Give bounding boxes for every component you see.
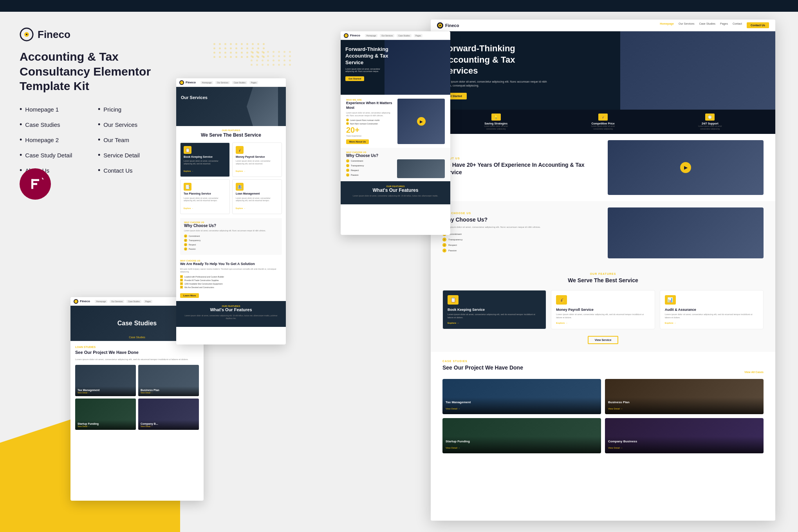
services-section-title: We Serve The Best Service xyxy=(176,132,286,140)
hero-bg-person xyxy=(385,40,450,95)
case-studies-desc: Lorem ipsum dolor sit amet, consectetur … xyxy=(75,358,199,361)
fw-service-link-audit[interactable]: Explore → xyxy=(665,322,758,324)
fw-service-link-bookkeeping[interactable]: Explore → xyxy=(448,322,541,324)
service-link-tax[interactable]: Explore → xyxy=(184,207,193,209)
nav-item-4[interactable]: Our Services xyxy=(98,121,153,129)
nav-item-7[interactable]: Case Study Detail xyxy=(20,151,74,159)
service-link-payroll[interactable]: Explore → xyxy=(236,170,246,172)
fw-projects-grid: Tax Management View Detail → Business Pl… xyxy=(442,379,764,453)
features-title: What's Our Features xyxy=(182,307,280,312)
project-card-3[interactable]: Startup Funding View Detail → xyxy=(75,399,136,430)
fw-services-grid: 📋 Book Keeping Service Lorem ipsum dolor… xyxy=(442,290,764,329)
services-header-bar: Fineco Homepage Our Services Case Studie… xyxy=(176,78,286,87)
exp-section: Who We Are Experience When It Matters Mo… xyxy=(341,95,450,148)
project-card-1[interactable]: Tax Management View Detail → xyxy=(75,365,136,396)
screen-logo-dot xyxy=(74,299,78,304)
case-studies-hero-sub: Case Studies xyxy=(129,336,145,339)
service-card-tax[interactable]: 📑 Tax Planning Service Lorem ipsum dolor… xyxy=(180,179,230,214)
service-name-bookkeeping: Book Keeping Service xyxy=(184,155,226,159)
fw-service-bookkeeping[interactable]: 📋 Book Keeping Service Lorem ipsum dolor… xyxy=(442,290,546,329)
fw-nav-pages[interactable]: Pages xyxy=(720,22,728,28)
nav-item-9[interactable]: Our Team xyxy=(98,136,153,144)
play-button[interactable]: ▶ xyxy=(417,117,426,126)
fw-project-link-3[interactable]: View Detail → xyxy=(446,447,460,449)
svg-rect-6 xyxy=(31,183,37,185)
project-link-2[interactable]: View Detail → xyxy=(141,391,197,394)
brand-tagline: Accounting & Tax Consultancy Elementor T… xyxy=(20,49,153,94)
learn-more-button[interactable]: Learn More xyxy=(180,293,199,298)
nav-item-2[interactable]: Homepage 2 xyxy=(20,136,74,144)
logo-row: Fineco xyxy=(20,27,153,41)
service-link-loan[interactable]: Explore → xyxy=(236,207,246,209)
nav-item-8[interactable]: Pricing xyxy=(98,105,153,114)
fw-project-4[interactable]: Company Business View Detail → xyxy=(605,418,764,453)
nav-item-6[interactable]: Case Studies xyxy=(20,121,74,129)
nav-item-5[interactable]: Service Detail xyxy=(98,151,153,159)
fw-hero-bg xyxy=(620,31,775,110)
features-section-v2: Our Features What's Our Features Lorem i… xyxy=(341,181,450,204)
fw-play-button[interactable]: ▶ xyxy=(680,162,691,173)
ready-check-2: ✓ Provide All Trade Construction Supplie… xyxy=(180,279,282,281)
fw-nav-home[interactable]: Homepage xyxy=(660,22,674,28)
fw-nav-contact[interactable]: Contact xyxy=(733,22,742,28)
fw-service-payroll[interactable]: 💰 Money Payroll Service Lorem ipsum dolo… xyxy=(551,290,655,329)
fw-project-3[interactable]: Startup Funding View Detail → xyxy=(442,418,601,453)
fw-service-audit[interactable]: 📊 Audit & Assurance Lorem ipsum dolor si… xyxy=(660,290,764,329)
homepagev2-hero: Forward-Thinking Accounting & Tax Servic… xyxy=(341,40,450,95)
fw-projects-section: Case Studies See Our Project We Have Don… xyxy=(431,352,775,461)
fw-view-services-btn[interactable]: View Service xyxy=(588,336,619,344)
project-card-2[interactable]: Business Plan View Detail → xyxy=(138,365,199,396)
fw-service-icon-bookkeeping: 📋 xyxy=(448,295,459,305)
why-us-desc: Lorem ipsum dolor sit amet, consectetur … xyxy=(184,229,278,232)
service-card-bookkeeping[interactable]: 📋 Book Keeping Service Lorem ipsum dolor… xyxy=(180,142,230,177)
fw-about-img-block: ▶ xyxy=(608,140,764,195)
fw-view-all-link[interactable]: View All Cases xyxy=(744,371,764,373)
nav-item-10[interactable]: Contact Us xyxy=(98,166,153,175)
fw-project-link-1[interactable]: View Detail → xyxy=(446,408,460,410)
project-link-1[interactable]: View Detail → xyxy=(78,391,134,394)
nav-item-1[interactable]: Homepage 1 xyxy=(20,105,74,114)
project-grid: Tax Management View Detail → Business Pl… xyxy=(75,365,199,430)
fw-contact-us-btn[interactable]: Contact Us xyxy=(747,22,769,28)
fw-whyus-desc: Lorem ipsum dolor sit amet, consectetur … xyxy=(442,225,598,229)
fw-project-link-4[interactable]: View Detail → xyxy=(608,447,623,449)
fw-saving-desc: Lorem ipsum dolor sit amet consectetur a… xyxy=(480,125,512,130)
service-name-payroll: Money Payroll Service xyxy=(236,155,278,159)
fw-nav-services[interactable]: Our Services xyxy=(679,22,694,28)
fw-nav-case[interactable]: Case Studies xyxy=(699,22,715,28)
fw-project-1[interactable]: Tax Management View Detail → xyxy=(442,379,601,414)
dots-decoration-2 xyxy=(251,51,292,66)
fw-service-desc-bookkeeping: Lorem ipsum dolor sit amet, consectetur … xyxy=(448,313,541,319)
fw-project-link-2[interactable]: View Detail → xyxy=(608,408,623,410)
fw-hero-content: Forward-Thinking Accounting & Tax Servic… xyxy=(442,43,552,99)
fw-projects-label: Case Studies xyxy=(442,360,523,362)
service-card-loan[interactable]: 🏦 Loan Management Lorem ipsum dolor sit … xyxy=(232,179,282,214)
service-link-bookkeeping[interactable]: Explore → xyxy=(184,170,193,172)
fw-view-all-services: View Service xyxy=(442,335,764,344)
project-link-4[interactable]: View Detail → xyxy=(141,425,197,427)
service-desc-bookkeeping: Lorem ipsum dolor sit amet, consectetur … xyxy=(184,160,226,165)
fw-services-section: Our Features We Serve The Best Service 📋… xyxy=(431,265,775,352)
fw-project-title-1: Tax Management xyxy=(446,400,598,404)
exp-left: Who We Are Experience When It Matters Mo… xyxy=(346,99,394,144)
branding-section: Fineco Accounting & Tax Consultancy Elem… xyxy=(0,12,172,197)
page-wrapper: Fineco Accounting & Tax Consultancy Elem… xyxy=(0,0,798,532)
whyus-section-v2: Why Choose Us Why Choose Us? ✓ Commitmen… xyxy=(341,148,450,181)
fw-service-link-payroll[interactable]: Explore → xyxy=(556,322,650,324)
services-hero: Our Services xyxy=(176,87,286,126)
service-card-payroll[interactable]: 💰 Money Payroll Service Lorem ipsum dolo… xyxy=(232,142,282,177)
fw-about-section: About Us We Have 20+ Years Of Experience… xyxy=(431,140,775,195)
exp-points: ✓ Lorem ipsum Nunc numsan morbi ✓ Nam Na… xyxy=(346,119,394,125)
project-card-4[interactable]: Company B... View Detail → xyxy=(138,399,199,430)
fw-project-title-2: Business Plan xyxy=(608,400,760,404)
fw-price-icon: 💰 xyxy=(598,114,608,121)
fw-hero-desc: Lorem ipsum dolor sit amet, consectetur … xyxy=(442,80,552,88)
hero-v2-btn[interactable]: Get Started xyxy=(345,76,364,81)
fw-project-title-3: Startup Funding xyxy=(446,440,598,443)
service-icon-tax: 📑 xyxy=(184,183,191,191)
elementor-logo xyxy=(25,174,45,194)
service-icon-bookkeeping: 📋 xyxy=(184,146,191,154)
project-link-3[interactable]: View Detail → xyxy=(78,425,134,427)
more-about-btn[interactable]: More About Us xyxy=(346,139,369,144)
fw-project-2[interactable]: Business Plan View Detail → xyxy=(605,379,764,414)
